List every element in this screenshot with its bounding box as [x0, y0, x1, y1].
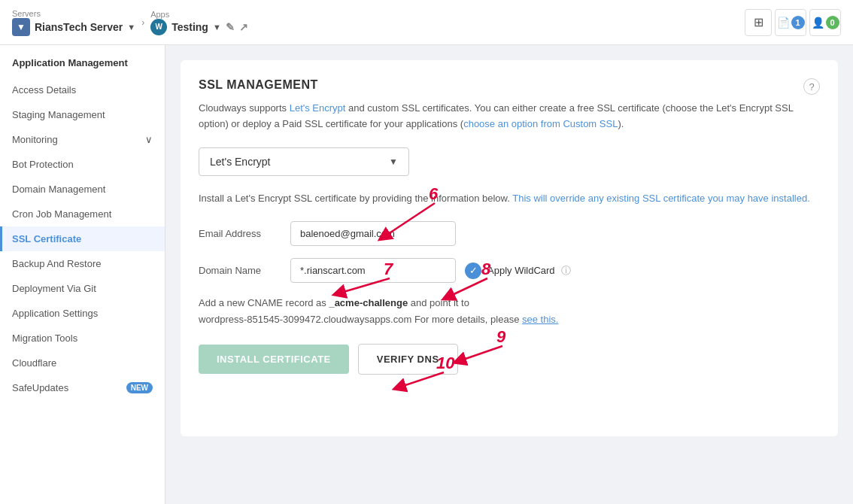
- svg-line-9: [399, 372, 444, 387]
- sidebar-label-bot-protection: Bot Protection: [12, 159, 74, 170]
- ssl-type-dropdown[interactable]: Let's Encrypt ▼: [199, 147, 409, 176]
- sidebar-label-ssl-certificate: SSL Certificate: [12, 233, 81, 244]
- monitoring-chevron-icon: ∨: [145, 134, 153, 145]
- content-card: ? SSL MANAGEMENT Cloudways supports Let'…: [181, 60, 838, 436]
- sidebar-label-safeupdates: SafeUpdates: [12, 382, 68, 393]
- sidebar-item-domain-management[interactable]: Domain Management: [0, 177, 165, 202]
- email-input[interactable]: [290, 221, 456, 246]
- custom-ssl-link[interactable]: choose an option from Custom SSL: [463, 118, 618, 129]
- servers-section: Servers ▼ RiansTech Server ▼: [12, 9, 135, 36]
- top-navigation: Servers ▼ RiansTech Server ▼ › Apps W Te…: [0, 0, 853, 45]
- section-title: SSL MANAGEMENT: [199, 78, 820, 92]
- domain-form-row: Domain Name ✓ Apply WildCard ⓘ: [199, 258, 820, 283]
- nav-left: Servers ▼ RiansTech Server ▼ › Apps W Te…: [12, 9, 248, 36]
- app-chevron[interactable]: ▼: [213, 23, 221, 32]
- ssl-type-selected: Let's Encrypt: [210, 156, 271, 168]
- server-chevron[interactable]: ▼: [127, 23, 135, 32]
- domain-input[interactable]: [290, 258, 456, 283]
- sidebar-item-application-settings[interactable]: Application Settings: [0, 301, 165, 326]
- sidebar-label-migration-tools: Migration Tools: [12, 332, 77, 344]
- nav-right: ⊞ 📄 1 👤 0: [745, 9, 841, 36]
- main-content: ? SSL MANAGEMENT Cloudways supports Let'…: [165, 45, 853, 504]
- file-badge: 1: [791, 16, 805, 29]
- ssl-type-dropdown-container: Let's Encrypt ▼: [199, 147, 820, 176]
- instruction-text: Install a Let's Encrypt SSL certificate …: [199, 191, 820, 207]
- domain-label: Domain Name: [199, 265, 281, 276]
- sidebar-title: Application Management: [0, 57, 165, 77]
- sidebar-label-backup-and-restore: Backup And Restore: [12, 258, 102, 269]
- edit-icon[interactable]: ✎: [226, 21, 235, 33]
- checkmark-icon: ✓: [469, 265, 478, 276]
- sidebar-label-staging-management: Staging Management: [12, 109, 105, 120]
- cname-part1: Add a new CNAME record as: [199, 297, 329, 308]
- file-badge-button[interactable]: 📄 1: [775, 9, 806, 36]
- app-name: Testing: [172, 21, 208, 33]
- wp-icon: W: [150, 19, 167, 35]
- nav-separator: ›: [141, 17, 144, 28]
- wildcard-group: ✓ Apply WildCard ⓘ: [465, 263, 571, 279]
- email-label: Email Address: [199, 228, 281, 239]
- email-form-row: Email Address: [199, 221, 820, 246]
- help-icon[interactable]: ?: [803, 78, 820, 95]
- instruction-highlight: This will override any existing SSL cert…: [512, 193, 809, 204]
- user-badge-button[interactable]: 👤 0: [809, 9, 841, 36]
- brand-icon: ▼: [12, 18, 30, 36]
- see-this-link[interactable]: see this.: [522, 314, 558, 325]
- user-icon: 👤: [812, 17, 824, 29]
- file-icon: 📄: [777, 17, 790, 29]
- server-value: ▼ RiansTech Server ▼: [12, 18, 135, 36]
- apps-label: Apps: [150, 10, 248, 19]
- verify-dns-button[interactable]: VERIFY DNS: [358, 344, 458, 375]
- sidebar-label-cloudflare: Cloudflare: [12, 357, 56, 369]
- wildcard-label: Apply WildCard: [487, 265, 555, 276]
- sidebar-item-backup-and-restore[interactable]: Backup And Restore: [0, 251, 165, 276]
- sidebar-item-safeupdates[interactable]: SafeUpdates NEW: [0, 375, 165, 400]
- cname-info: Add a new CNAME record as _acme-challeng…: [199, 295, 820, 328]
- sidebar-item-ssl-certificate[interactable]: SSL Certificate: [0, 226, 165, 251]
- dropdown-chevron-icon: ▼: [389, 156, 398, 167]
- sidebar-label-cron-job-management: Cron Job Management: [12, 208, 111, 220]
- new-badge: NEW: [126, 382, 153, 393]
- cname-part3: For more details, please: [411, 314, 522, 325]
- sidebar-label-monitoring: Monitoring: [12, 134, 58, 145]
- sidebar-item-access-details[interactable]: Access Details: [0, 77, 165, 102]
- apps-section: Apps W Testing ▼ ✎ ↗: [150, 10, 248, 35]
- lets-encrypt-link[interactable]: Let's Encrypt: [290, 102, 346, 114]
- sidebar-label-access-details: Access Details: [12, 84, 76, 96]
- external-link-icon[interactable]: ↗: [239, 21, 248, 33]
- main-layout: Application Management Access Details St…: [0, 45, 853, 504]
- sidebar-label-application-settings: Application Settings: [12, 308, 98, 319]
- sidebar-item-cron-job-management[interactable]: Cron Job Management: [0, 202, 165, 226]
- app-value: W Testing ▼ ✎ ↗: [150, 19, 248, 35]
- sidebar-item-migration-tools[interactable]: Migration Tools: [0, 326, 165, 351]
- sidebar-item-deployment-via-git[interactable]: Deployment Via Git: [0, 276, 165, 301]
- sidebar-item-monitoring[interactable]: Monitoring ∨: [0, 127, 165, 152]
- sidebar-label-domain-management: Domain Management: [12, 184, 105, 195]
- wildcard-checkbox[interactable]: ✓: [465, 263, 481, 279]
- sidebar-item-bot-protection[interactable]: Bot Protection: [0, 152, 165, 177]
- servers-label: Servers: [12, 9, 135, 18]
- section-description: Cloudways supports Let's Encrypt and cus…: [199, 101, 820, 132]
- cname-part2: and point it to: [408, 297, 469, 308]
- sidebar-item-cloudflare[interactable]: Cloudflare: [0, 351, 165, 375]
- wildcard-info-icon[interactable]: ⓘ: [561, 264, 571, 278]
- sidebar-item-staging-management[interactable]: Staging Management: [0, 102, 165, 127]
- sidebar-label-deployment-via-git: Deployment Via Git: [12, 283, 96, 294]
- cname-key: _acme-challenge: [329, 297, 408, 308]
- cname-domain: wordpress-851545-3099472.cloudwaysapps.c…: [199, 314, 411, 325]
- button-row: INSTALL CERTIFICATE VERIFY DNS: [199, 344, 820, 375]
- server-name: RiansTech Server: [35, 21, 123, 33]
- grid-icon-button[interactable]: ⊞: [745, 9, 772, 36]
- user-badge: 0: [826, 16, 839, 29]
- sidebar: Application Management Access Details St…: [0, 45, 165, 504]
- install-certificate-button[interactable]: INSTALL CERTIFICATE: [199, 345, 349, 374]
